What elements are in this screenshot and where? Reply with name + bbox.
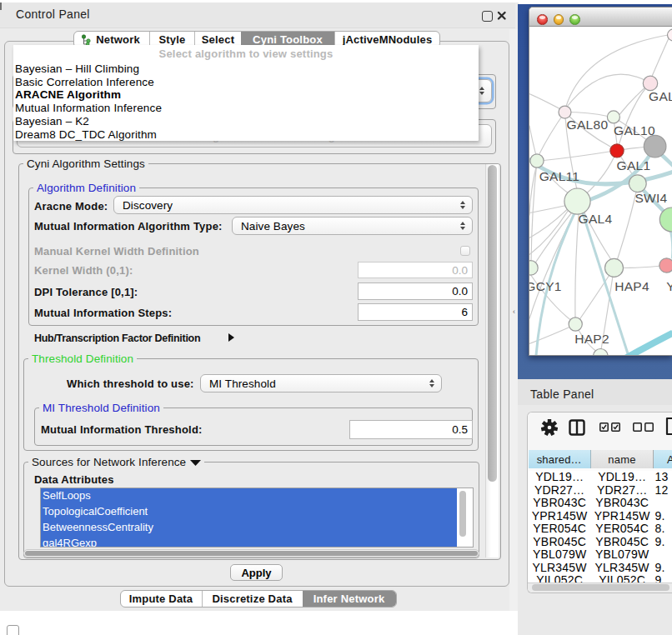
attribute-item-2[interactable]: BetweennessCentrality (41, 519, 457, 535)
algorithm-option-0[interactable]: Bayesian – Hill Climbing (13, 62, 479, 76)
document-icon[interactable] (665, 417, 672, 436)
status-checkbox-icon[interactable] (7, 625, 19, 635)
setting-combo-1[interactable]: Naive Bayes (232, 217, 473, 235)
splitpane-gutter (509, 29, 519, 611)
float-window-icon[interactable] (482, 11, 493, 22)
data-attributes-list[interactable]: SelfLoopsTopologicalCoefficientBetweenne… (40, 488, 474, 548)
screen: Control Panel Network Style (0, 0, 672, 635)
network-node-Y[interactable] (659, 258, 672, 272)
table-row-1[interactable]: YDR27…YDR27…12 (529, 483, 672, 497)
hub-expand-icon[interactable] (228, 331, 235, 346)
network-edge-31 (529, 208, 569, 238)
setting-label-4: DPI Tolerance [0,1]: (34, 286, 138, 298)
cell-5-1: YBR045C (591, 535, 654, 548)
table-hscrollbar-thumb[interactable] (532, 584, 669, 591)
algorithm-dropdown-placeholder: Select algorithm to view settings (13, 45, 479, 62)
table-row-5[interactable]: YBR045CYBR045C9. (529, 535, 672, 548)
threshold-combo[interactable]: MI Threshold (200, 374, 442, 392)
setting-label-1: Mutual Information Algorithm Type: (34, 220, 223, 232)
gear-icon[interactable] (541, 419, 558, 436)
cell-1-1: YDR27… (591, 483, 654, 497)
table-row-2[interactable]: YBR043CYBR043C (529, 497, 672, 510)
network-node-HAP4[interactable] (605, 258, 624, 277)
setting-field-4[interactable]: 0.0 (358, 282, 473, 300)
cell-5-0: YBR045C (529, 535, 591, 548)
settings-vscrollbar-thumb[interactable] (488, 165, 497, 482)
apply-button[interactable]: Apply (230, 564, 283, 581)
setting-checkbox-2[interactable] (460, 246, 470, 256)
data-attributes-label: Data Attributes (34, 473, 114, 486)
column-header-shared-name[interactable]: shared… (529, 450, 592, 468)
network-node-GAL4[interactable] (564, 188, 590, 214)
table-panel-titlebar: Table Panel (518, 379, 672, 405)
table-row-4[interactable]: YER054CYER054C8. (529, 522, 672, 536)
sources-hscrollbar[interactable] (23, 549, 479, 558)
tab-discretize-data[interactable]: Discretize Data (202, 591, 303, 607)
algorithm-option-3[interactable]: Mutual Information Inference (13, 102, 479, 115)
algorithm-option-5[interactable]: Dream8 DC_TDC Algorithm (13, 128, 479, 141)
algorithm-option-2[interactable]: ARACNE Algorithm (13, 88, 479, 102)
sources-collapse-icon[interactable] (190, 457, 201, 468)
column-header-name[interactable]: name (591, 450, 654, 468)
algorithm-option-1[interactable]: Basic Correlation Inference (13, 75, 479, 88)
network-node-HAP2[interactable] (569, 318, 582, 331)
cell-4-1: YER054C (591, 522, 654, 535)
attribute-item-1[interactable]: TopologicalCoefficient (41, 503, 457, 519)
setting-label-3: Kernel Width (0,1): (34, 264, 133, 277)
cell-0-2: 13 (654, 470, 672, 483)
checked-columns-icon[interactable] (599, 422, 620, 432)
close-icon[interactable] (497, 11, 507, 21)
table-hscrollbar[interactable] (528, 582, 672, 592)
attributes-vscrollbar-thumb[interactable] (459, 491, 466, 537)
network-icon (82, 34, 92, 46)
table-row-7[interactable]: YLR345WYLR345W9. (529, 561, 672, 574)
sources-title: Sources for Network Inference (28, 457, 204, 468)
mi-threshold-label: Mutual Information Threshold: (41, 423, 203, 436)
unchecked-columns-icon[interactable] (633, 422, 654, 432)
setting-combo-0[interactable]: Discovery (113, 196, 473, 214)
cell-5-2: 9. (654, 535, 672, 548)
cell-7-2: 9. (654, 561, 672, 574)
column-header-third[interactable]: A (654, 450, 672, 468)
split-pane-icon[interactable] (569, 419, 585, 436)
network-canvas[interactable]: GALGAL80GAL10GAL1GAL11SWI4GAL4GCY1HAP4YH… (529, 27, 672, 355)
attribute-item-0[interactable]: SelfLoops (41, 488, 457, 504)
network-node-5[interactable] (644, 135, 666, 158)
attribute-item-3[interactable]: gal4RGexp (41, 535, 457, 547)
cell-0-0: YDL19… (529, 470, 591, 483)
table-panel-body: shared… name A YDL19…YDL19…13YDR27…YDR27… (527, 412, 672, 593)
sources-hscrollbar-thumb[interactable] (25, 551, 478, 556)
network-view-window: GALGAL80GAL10GAL1GAL11SWI4GAL4GCY1HAP4YH… (529, 7, 672, 356)
setting-field-5[interactable]: 6 (358, 303, 473, 321)
network-node-GCY1[interactable] (529, 261, 538, 275)
tab-infer-network[interactable]: Infer Network (303, 591, 396, 607)
table-toolbar (528, 412, 672, 450)
cyni-bottom-tabs: Impute Data Discretize Data Infer Networ… (120, 590, 397, 608)
node-label-GAL10: GAL10 (614, 123, 655, 138)
network-node-SWI4[interactable] (629, 175, 646, 192)
table-row-3[interactable]: YPR145WYPR145W9. (529, 509, 672, 522)
zoom-traffic-light-icon[interactable] (569, 14, 580, 25)
network-node-GAL11[interactable] (530, 154, 544, 168)
network-node-GAL80[interactable] (559, 106, 571, 118)
window-corner-notch (0, 2, 2, 10)
node-label-HAP4: HAP4 (614, 279, 649, 293)
close-traffic-light-icon[interactable] (537, 14, 548, 25)
setting-field-3[interactable]: 0.0 (358, 262, 473, 278)
node-label-GAL80: GAL80 (567, 118, 609, 132)
control-panel-window: Control Panel Network Style (0, 2, 519, 611)
network-node-14[interactable] (594, 349, 608, 356)
table-row-0[interactable]: YDL19…YDL19…13 (529, 471, 672, 484)
table-rows: YDL19…YDL19…13YDR27…YDR27…12YBR043CYBR04… (529, 468, 672, 584)
table-row-6[interactable]: YBL079WYBL079W (529, 548, 672, 562)
network-edge-8 (539, 112, 565, 156)
network-node-GAL1[interactable] (610, 144, 624, 158)
minimize-traffic-light-icon[interactable] (554, 14, 564, 25)
network-node-GAL10[interactable] (607, 111, 619, 123)
control-panel-title: Control Panel (16, 8, 90, 21)
table-panel-window: Table Panel (518, 379, 672, 635)
mi-threshold-field[interactable]: 0.5 (349, 420, 473, 439)
tab-impute-data[interactable]: Impute Data (121, 591, 202, 607)
algorithm-option-4[interactable]: Bayesian – K2 (13, 115, 479, 128)
cell-7-0: YLR345W (529, 561, 591, 574)
